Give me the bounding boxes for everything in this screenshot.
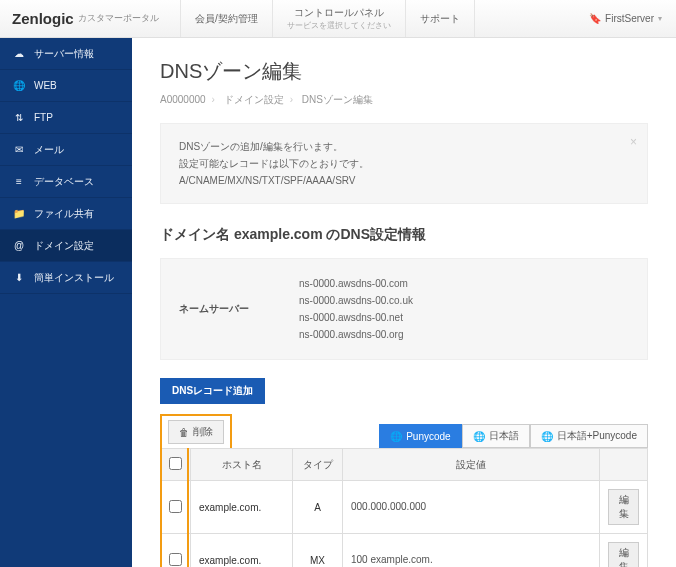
notice-line: DNSゾーンの追加/編集を行います。	[179, 138, 629, 155]
chevron-down-icon: ▾	[658, 14, 662, 23]
logo-subtext: カスタマーポータル	[78, 12, 159, 25]
table-row: example.com.MX100 example.com.編集	[161, 534, 648, 568]
sidebar-item-database[interactable]: ≡データベース	[0, 166, 132, 198]
sidebar-item-label: FTP	[34, 112, 53, 123]
nameserver-value: ns-0000.awsdns-00.com	[299, 275, 413, 292]
sidebar-item-fileshare[interactable]: 📁ファイル共有	[0, 198, 132, 230]
bookmark-icon: 🔖	[589, 13, 601, 24]
sidebar-item-server[interactable]: ☁サーバー情報	[0, 38, 132, 70]
delete-button[interactable]: 🗑削除	[168, 420, 224, 444]
toggle-punycode[interactable]: 🌐Punycode	[379, 424, 461, 448]
sidebar-item-label: データベース	[34, 175, 94, 189]
edit-button[interactable]: 編集	[608, 542, 639, 567]
download-icon: ⬇	[12, 272, 26, 283]
nameserver-panel: ネームサーバー ns-0000.awsdns-00.com ns-0000.aw…	[160, 258, 648, 360]
topnav-member[interactable]: 会員/契約管理	[180, 0, 273, 37]
topbar: Zenlogic カスタマーポータル 会員/契約管理 コントロールパネル サービ…	[0, 0, 676, 38]
topnav-support[interactable]: サポート	[406, 0, 475, 37]
section-title: ドメイン名 example.com のDNS設定情報	[160, 226, 648, 244]
sidebar-item-domain[interactable]: @ドメイン設定	[0, 230, 132, 262]
sidebar-item-mail[interactable]: ✉メール	[0, 134, 132, 166]
at-icon: @	[12, 240, 26, 251]
nameserver-value: ns-0000.awsdns-00.co.uk	[299, 292, 413, 309]
user-name: FirstServer	[605, 13, 654, 24]
header-value: 設定値	[343, 449, 600, 481]
delete-highlight: 🗑削除	[160, 414, 232, 448]
sidebar-item-install[interactable]: ⬇簡単インストール	[0, 262, 132, 294]
database-icon: ≡	[12, 176, 26, 187]
topnav-label: 会員/契約管理	[195, 12, 258, 26]
sidebar-item-label: メール	[34, 143, 64, 157]
cell-value: 000.000.000.000	[343, 481, 600, 534]
mail-icon: ✉	[12, 144, 26, 155]
sidebar-item-label: 簡単インストール	[34, 271, 114, 285]
row-checkbox[interactable]	[169, 553, 182, 566]
table-row: example.com.A000.000.000.000編集	[161, 481, 648, 534]
globe-icon: 🌐	[390, 431, 402, 442]
close-icon[interactable]: ×	[630, 132, 637, 152]
cell-host: example.com.	[191, 534, 293, 568]
records-table: ホスト名 タイプ 設定値 example.com.A000.000.000.00…	[160, 448, 648, 567]
user-menu[interactable]: 🔖 FirstServer ▾	[575, 0, 676, 37]
nameserver-value: ns-0000.awsdns-00.net	[299, 309, 413, 326]
topnav-label: コントロールパネル	[294, 6, 384, 20]
transfer-icon: ⇅	[12, 112, 26, 123]
logo[interactable]: Zenlogic カスタマーポータル	[0, 0, 180, 37]
toggle-japanese[interactable]: 🌐日本語	[462, 424, 530, 448]
topnav-label: サポート	[420, 12, 460, 26]
notice-panel: × DNSゾーンの追加/編集を行います。 設定可能なレコードは以下のとおりです。…	[160, 123, 648, 204]
nameserver-value: ns-0000.awsdns-00.org	[299, 326, 413, 343]
globe-icon: 🌐	[12, 80, 26, 91]
breadcrumb-item[interactable]: A0000000	[160, 94, 206, 105]
notice-line: 設定可能なレコードは以下のとおりです。	[179, 155, 629, 172]
logo-text: Zenlogic	[12, 10, 74, 27]
notice-line: A/CNAME/MX/NS/TXT/SPF/AAAA/SRV	[179, 172, 629, 189]
globe-icon: 🌐	[473, 431, 485, 442]
breadcrumb: A0000000› ドメイン設定› DNSゾーン編集	[160, 93, 648, 107]
view-toggle-group: 🌐Punycode 🌐日本語 🌐日本語+Punycode	[379, 424, 648, 448]
header-edit	[600, 449, 648, 481]
page-title: DNSゾーン編集	[160, 58, 648, 85]
globe-icon: 🌐	[541, 431, 553, 442]
sidebar-item-ftp[interactable]: ⇅FTP	[0, 102, 132, 134]
toggle-both[interactable]: 🌐日本語+Punycode	[530, 424, 648, 448]
add-record-button[interactable]: DNSレコード追加	[160, 378, 265, 404]
cell-type: A	[293, 481, 343, 534]
cell-type: MX	[293, 534, 343, 568]
breadcrumb-item: DNSゾーン編集	[302, 94, 373, 105]
edit-button[interactable]: 編集	[608, 489, 639, 525]
row-checkbox[interactable]	[169, 500, 182, 513]
nameserver-label: ネームサーバー	[179, 275, 299, 343]
sidebar-item-label: WEB	[34, 80, 57, 91]
sidebar-item-label: サーバー情報	[34, 47, 94, 61]
topnav-sublabel: サービスを選択してください	[287, 20, 391, 31]
top-nav: 会員/契約管理 コントロールパネル サービスを選択してください サポート	[180, 0, 575, 37]
cloud-icon: ☁	[12, 48, 26, 59]
sidebar-item-web[interactable]: 🌐WEB	[0, 70, 132, 102]
header-host: ホスト名	[191, 449, 293, 481]
cell-host: example.com.	[191, 481, 293, 534]
header-checkbox	[161, 449, 191, 481]
sidebar-item-label: ファイル共有	[34, 207, 94, 221]
breadcrumb-item[interactable]: ドメイン設定	[224, 94, 284, 105]
header-type: タイプ	[293, 449, 343, 481]
records-table-wrap: ホスト名 タイプ 設定値 example.com.A000.000.000.00…	[160, 448, 648, 567]
domain-name: example.com	[234, 226, 323, 242]
folder-icon: 📁	[12, 208, 26, 219]
trash-icon: 🗑	[179, 427, 189, 438]
topnav-controlpanel[interactable]: コントロールパネル サービスを選択してください	[273, 0, 406, 37]
sidebar-item-label: ドメイン設定	[34, 239, 94, 253]
main-content: DNSゾーン編集 A0000000› ドメイン設定› DNSゾーン編集 × DN…	[132, 38, 676, 567]
nameserver-values: ns-0000.awsdns-00.com ns-0000.awsdns-00.…	[299, 275, 413, 343]
cell-value: 100 example.com.	[343, 534, 600, 568]
select-all-checkbox[interactable]	[169, 457, 182, 470]
sidebar: ☁サーバー情報 🌐WEB ⇅FTP ✉メール ≡データベース 📁ファイル共有 @…	[0, 38, 132, 567]
